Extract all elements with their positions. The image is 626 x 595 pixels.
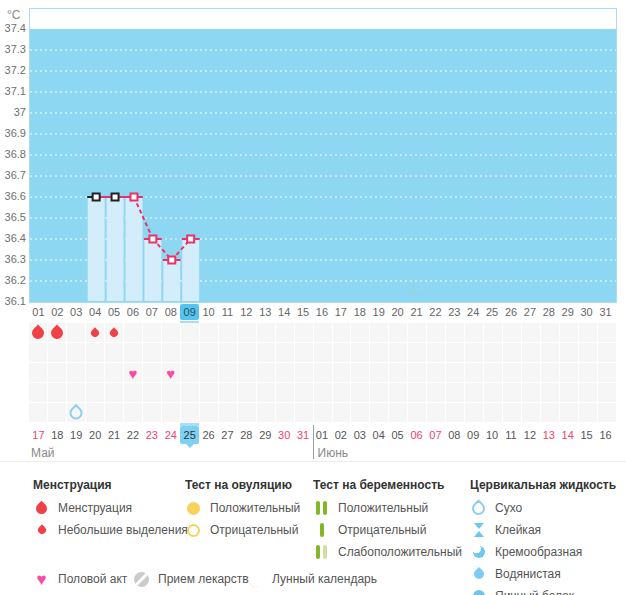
calendar-day-cell[interactable]: 11 [502,426,521,444]
calendar-day-cell[interactable]: 13 [539,426,558,444]
cycle-day-cell[interactable]: 22 [426,304,445,320]
temperature-plot [29,8,617,303]
cycle-day-cell[interactable]: 29 [558,304,577,320]
calendar-day-cell[interactable]: 29 [256,426,275,444]
calendar-day-cell[interactable]: 03 [350,426,369,444]
cycle-day-cell[interactable]: 05 [105,304,124,320]
cycle-day-cell[interactable]: 19 [369,304,388,320]
cycle-day-cell[interactable]: 21 [407,304,426,320]
menstruation-heavy-icon [32,327,44,339]
calendar-day-cell[interactable]: 14 [558,426,577,444]
calendar-day-cell[interactable]: 22 [124,426,143,444]
calendar-day-cell[interactable]: 31 [294,426,313,444]
menstruation-heavy-icon [51,327,63,339]
test-bars-weak-icon [313,545,330,559]
legend-item: Отрицательный [313,519,462,541]
calendar-day-cell[interactable]: 16 [596,426,615,444]
cycle-day-cell[interactable]: 13 [256,304,275,320]
calendar-day-cell[interactable]: 21 [105,426,124,444]
circle-yellow-outline-icon [185,524,202,537]
calendar-day-cell[interactable]: 17 [29,426,48,444]
calendar-date-row: 1718192021222324252627282930310102030405… [29,426,617,444]
y-axis-label: 37 [0,106,26,118]
calendar-day-cell[interactable]: 15 [577,426,596,444]
calendar-day-cell[interactable]: 06 [407,426,426,444]
cycle-day-cell[interactable]: 16 [313,304,332,320]
cycle-day-cell[interactable]: 14 [275,304,294,320]
pill-gray-icon [133,572,150,587]
menstruation-light-icon [91,329,99,337]
legend-item: Менструация [33,497,188,519]
calendar-day-cell[interactable]: 30 [275,426,294,444]
legend-item-label: Небольшие выделения [58,523,188,537]
cycle-day-cell[interactable]: 31 [596,304,615,320]
legend-footer-item: Лунный календарь [247,568,377,590]
legend-item-label: Положительный [210,501,300,515]
cycle-day-cell[interactable]: 11 [218,304,237,320]
calendar-day-cell[interactable]: 07 [426,426,445,444]
cycle-day-cell[interactable]: 01 [29,304,48,320]
cervical-creamy-icon [470,546,487,558]
calendar-day-cell[interactable]: 10 [483,426,502,444]
calendar-day-cell[interactable]: 02 [331,426,350,444]
test-bars-positive-icon [313,501,330,515]
cycle-day-cell[interactable]: 02 [48,304,67,320]
calendar-day-cell[interactable]: 24 [161,426,180,444]
calendar-day-cell[interactable]: 08 [445,426,464,444]
circle-yellow-filled-icon [185,502,202,515]
calendar-day-cell[interactable]: 05 [388,426,407,444]
legend-item-label: Слабоположительный [338,545,462,559]
cycle-day-cell[interactable]: 10 [199,304,218,320]
cycle-day-cell[interactable]: 20 [388,304,407,320]
y-axis-label: 36.3 [0,253,26,265]
cycle-day-cell[interactable]: 09 [180,304,199,320]
legend-item-label: Половой акт [58,572,127,586]
calendar-day-cell[interactable]: 18 [48,426,67,444]
temperature-unit-label: °C [7,8,20,22]
calendar-day-cell[interactable]: 19 [67,426,86,444]
cycle-day-cell[interactable]: 26 [502,304,521,320]
cycle-day-cell[interactable]: 25 [483,304,502,320]
cycle-day-cell[interactable]: 12 [237,304,256,320]
cycle-day-cell[interactable]: 08 [161,304,180,320]
cycle-day-cell[interactable]: 07 [142,304,161,320]
cycle-day-cell[interactable]: 17 [331,304,350,320]
calendar-day-cell[interactable]: 25 [180,426,199,444]
calendar-day-cell[interactable]: 04 [369,426,388,444]
legend-section-title: Тест на беременность [313,477,462,492]
calendar-day-cell[interactable]: 12 [520,426,539,444]
cervical-sticky-icon [470,523,487,537]
legend-item: Сухо [470,497,616,519]
cycle-day-cell[interactable]: 30 [577,304,596,320]
calendar-day-cell[interactable]: 23 [142,426,161,444]
menstruation-light-icon [110,329,118,337]
intercourse-heart-icon: ♥ [166,366,175,381]
cervical-dry-icon [70,407,83,420]
calendar-day-cell[interactable]: 01 [313,426,332,444]
moon-orange-icon [247,572,264,587]
cycle-day-cell[interactable]: 15 [294,304,313,320]
legend-item: Небольшие выделения [33,519,188,541]
cycle-day-cell[interactable]: 18 [350,304,369,320]
cycle-day-cell[interactable]: 23 [445,304,464,320]
cycle-day-cell[interactable]: 27 [520,304,539,320]
cycle-day-cell[interactable]: 04 [86,304,105,320]
cycle-day-cell[interactable]: 03 [67,304,86,320]
legend-section-ovulation-test: Тест на овуляциюПоложительныйОтрицательн… [185,477,300,541]
cycle-day-cell[interactable]: 28 [539,304,558,320]
cycle-day-cell[interactable]: 06 [124,304,143,320]
calendar-day-cell[interactable]: 28 [237,426,256,444]
legend-item: Положительный [185,497,300,519]
calendar-day-cell[interactable]: 26 [199,426,218,444]
legend-item-label: Менструация [58,501,132,515]
legend-item-label: Лунный календарь [272,572,377,586]
cycle-day-cell[interactable]: 24 [464,304,483,320]
y-axis-label: 36.9 [0,127,26,139]
legend-item: Кремообразная [470,541,616,563]
calendar-day-cell[interactable]: 27 [218,426,237,444]
calendar-day-cell[interactable]: 09 [464,426,483,444]
temperature-curve-svg [30,9,616,302]
drop-red-large-icon [33,503,50,514]
calendar-day-cell[interactable]: 20 [86,426,105,444]
month-label-may: Май [31,446,55,460]
